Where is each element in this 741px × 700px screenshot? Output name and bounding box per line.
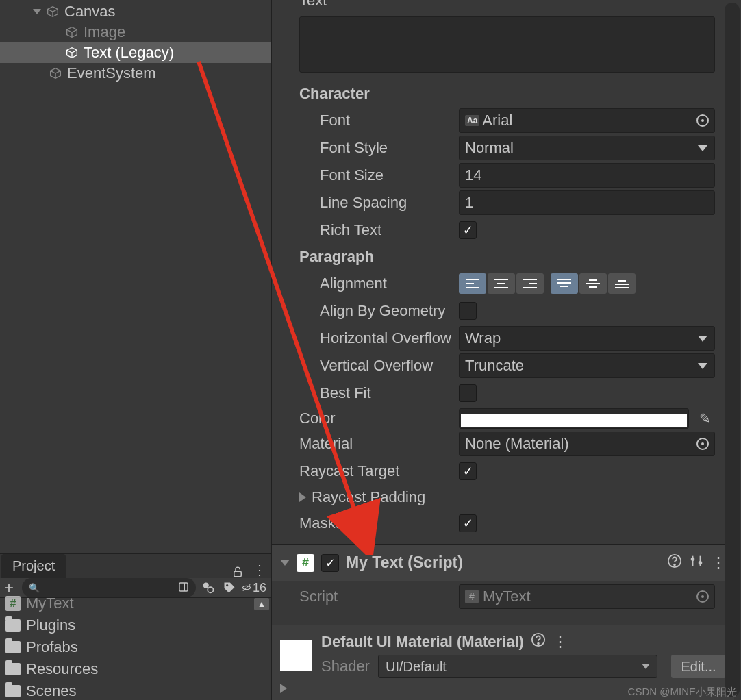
menu-icon[interactable]: ⋮ [553, 633, 568, 651]
text-input[interactable] [299, 16, 715, 73]
project-tab[interactable]: Project [1, 554, 66, 578]
line-spacing-input[interactable]: 1 [459, 190, 715, 215]
svg-point-8 [226, 584, 228, 586]
align-middle-button[interactable] [579, 273, 607, 294]
script-icon: # [465, 590, 479, 603]
component-enabled-checkbox[interactable]: ✓ [321, 554, 339, 572]
best-fit-label: Best Fit [272, 384, 459, 402]
font-size-label: Font Size [272, 166, 459, 184]
project-item-resources[interactable]: Resources [0, 658, 271, 680]
object-picker-icon [696, 590, 709, 603]
align-center-button[interactable] [488, 273, 515, 294]
project-item-plugins[interactable]: Plugins [0, 614, 271, 636]
hierarchy-panel: Canvas Image Text (Legacy) EventSystem [0, 0, 271, 553]
watermark: CSDN @MINE小果阳光 [628, 686, 737, 699]
svg-point-33 [699, 561, 702, 564]
hierarchy-item-image[interactable]: Image [0, 22, 271, 42]
v-overflow-label: Vertical Overflow [272, 357, 459, 375]
h-align-group [459, 273, 544, 294]
rich-text-label: Rich Text [272, 221, 459, 239]
edit-button[interactable]: Edit... [671, 655, 726, 678]
scrollbar[interactable] [725, 3, 740, 697]
folder-icon [5, 663, 21, 675]
raycast-target-checkbox[interactable]: ✓ [459, 462, 477, 480]
svg-point-35 [538, 643, 539, 645]
material-label: Material [272, 435, 459, 453]
gameobject-icon [48, 66, 63, 81]
project-item-scenes[interactable]: Scenes [0, 680, 271, 700]
align-left-button[interactable] [459, 273, 486, 294]
project-item-profabs[interactable]: Profabs [0, 636, 271, 658]
chevron-down-icon [698, 336, 707, 342]
help-icon[interactable] [667, 553, 682, 573]
lock-icon[interactable] [227, 566, 249, 578]
script-icon: # [297, 554, 314, 572]
hierarchy-label: Canvas [64, 3, 116, 21]
foldout-icon[interactable] [33, 9, 41, 14]
font-label: Font [272, 112, 459, 129]
foldout-icon[interactable] [280, 560, 290, 566]
svg-point-29 [674, 564, 675, 565]
text-label: Text [272, 0, 459, 10]
paragraph-header: Paragraph [272, 244, 734, 270]
color-swatch [461, 414, 687, 427]
align-top-button[interactable] [551, 273, 578, 294]
script-label: Script [272, 588, 459, 605]
v-align-group [551, 273, 636, 294]
align-right-button[interactable] [516, 273, 544, 294]
project-panel: Project ⋮ + 🔍 [0, 553, 271, 700]
script-icon: # [5, 596, 21, 611]
gameobject-icon [64, 45, 79, 60]
raycast-padding-foldout[interactable]: Raycast Padding [272, 485, 734, 510]
svg-rect-4 [234, 571, 242, 577]
align-by-geometry-checkbox[interactable] [459, 302, 477, 320]
hierarchy-item-canvas[interactable]: Canvas [0, 1, 271, 22]
maskable-checkbox[interactable]: ✓ [459, 514, 477, 532]
hierarchy-item-text-legacy[interactable]: Text (Legacy) [0, 42, 271, 63]
script-field: #MyText [459, 584, 715, 609]
maskable-label: Maskable [272, 514, 459, 532]
font-style-dropdown[interactable]: Normal [459, 136, 715, 160]
hierarchy-item-eventsystem[interactable]: EventSystem [0, 63, 271, 84]
best-fit-checkbox[interactable] [459, 384, 477, 402]
gameobject-icon [45, 4, 60, 19]
help-icon[interactable] [531, 632, 546, 651]
foldout-icon [280, 684, 287, 693]
svg-line-9 [243, 584, 250, 590]
eyedropper-icon[interactable]: ✎ [694, 408, 715, 429]
color-field[interactable] [459, 408, 689, 429]
font-icon: Aa [465, 115, 479, 126]
v-overflow-dropdown[interactable]: Truncate [459, 353, 715, 378]
gameobject-icon [64, 25, 79, 40]
h-overflow-dropdown[interactable]: Wrap [459, 326, 715, 351]
material-field[interactable]: None (Material) [459, 432, 715, 456]
search-icon: 🔍 [29, 583, 40, 593]
chevron-down-icon [642, 664, 650, 669]
inspector-panel: Text Character Font AaArial Font Style N… [272, 0, 741, 700]
svg-point-32 [692, 558, 694, 560]
svg-point-6 [203, 583, 209, 588]
menu-icon[interactable]: ⋮ [711, 554, 726, 572]
chevron-down-icon [698, 145, 707, 151]
h-overflow-label: Horizontal Overflow [272, 329, 459, 347]
folder-icon [5, 685, 21, 697]
hierarchy-label: EventSystem [67, 64, 156, 82]
component-header-mytext[interactable]: # ✓ My Text (Script) ⋮ [272, 544, 734, 581]
svg-rect-5 [179, 583, 188, 591]
rich-text-checkbox[interactable]: ✓ [459, 221, 477, 239]
shader-dropdown[interactable]: UI/Default [378, 655, 657, 678]
search-input[interactable] [44, 582, 174, 594]
font-size-input[interactable]: 14 [459, 163, 715, 188]
font-field[interactable]: AaArial [459, 108, 715, 133]
object-picker-icon[interactable] [696, 114, 709, 127]
preset-icon[interactable] [689, 553, 704, 573]
alignment-label: Alignment [272, 275, 459, 292]
color-label: Color [272, 410, 459, 427]
project-item-mytext[interactable]: # MyText [0, 592, 271, 614]
align-bottom-button[interactable] [608, 273, 636, 294]
folder-icon [5, 619, 21, 632]
menu-icon[interactable]: ⋮ [249, 562, 271, 578]
object-picker-icon[interactable] [696, 438, 709, 450]
material-preview[interactable] [280, 640, 312, 671]
character-header: Character [272, 81, 734, 107]
